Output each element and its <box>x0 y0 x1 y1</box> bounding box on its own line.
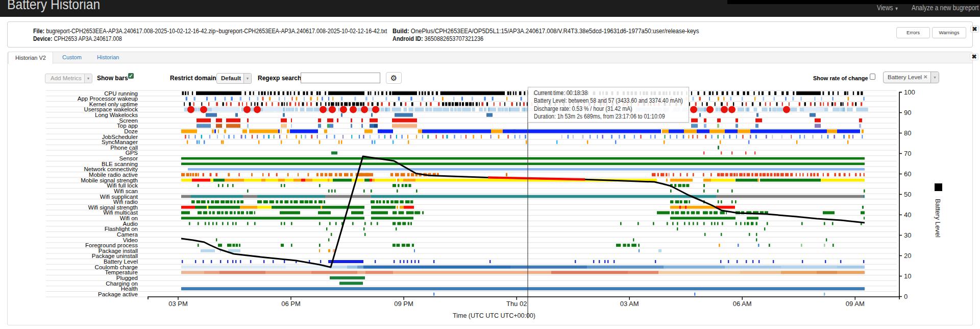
svg-text:20: 20 <box>904 252 911 260</box>
svg-text:09 PM: 09 PM <box>394 300 413 308</box>
svg-text:30: 30 <box>904 231 911 239</box>
svg-text:06 PM: 06 PM <box>281 300 301 308</box>
svg-text:60: 60 <box>904 170 911 178</box>
svg-text:40: 40 <box>904 211 911 219</box>
svg-text:70: 70 <box>904 150 911 157</box>
svg-text:80: 80 <box>904 129 911 137</box>
svg-text:10: 10 <box>904 272 911 280</box>
svg-text:0: 0 <box>904 293 908 300</box>
svg-text:09 AM: 09 AM <box>846 300 865 308</box>
svg-text:100: 100 <box>904 88 915 96</box>
svg-text:Battery Level: Battery Level <box>934 199 942 238</box>
svg-text:03 AM: 03 AM <box>620 300 639 308</box>
svg-text:Time (UTC UTC UTC+00:00): Time (UTC UTC UTC+00:00) <box>453 312 535 319</box>
svg-text:50: 50 <box>904 191 911 198</box>
svg-text:Thu 02: Thu 02 <box>506 300 527 308</box>
svg-text:03 PM: 03 PM <box>168 300 188 308</box>
svg-text:Package active: Package active <box>98 291 138 297</box>
svg-text:90: 90 <box>904 109 911 116</box>
svg-text:06 AM: 06 AM <box>733 300 752 308</box>
